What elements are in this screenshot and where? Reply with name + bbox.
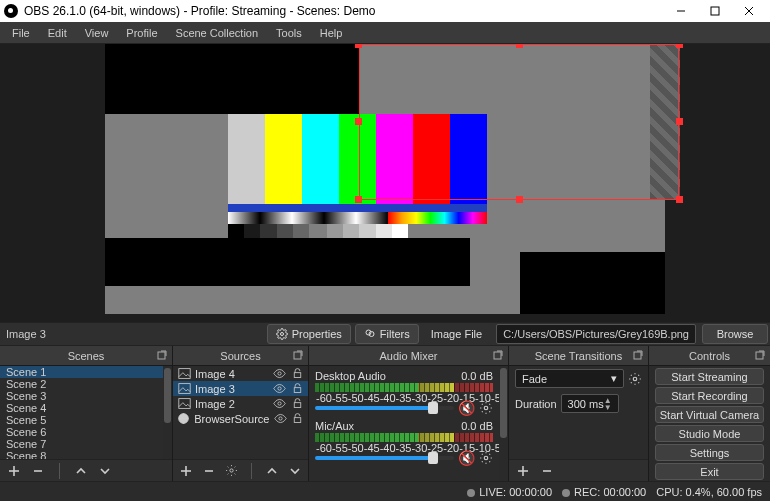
close-button[interactable]: [732, 0, 766, 22]
svg-rect-7: [158, 352, 165, 359]
lock-toggle[interactable]: [290, 382, 304, 396]
source-item[interactable]: BrowserSource: [173, 411, 308, 426]
image-icon: [177, 397, 191, 411]
docks-row: Scenes Scene 1 Scene 2 Scene 3 Scene 4 S…: [0, 346, 770, 481]
menu-bar: File Edit View Profile Scene Collection …: [0, 22, 770, 44]
minimize-button[interactable]: [664, 0, 698, 22]
scenes-list[interactable]: Scene 1 Scene 2 Scene 3 Scene 4 Scene 5 …: [0, 366, 163, 459]
channel-settings-button[interactable]: [479, 401, 493, 415]
transition-select[interactable]: Fade▾: [515, 369, 624, 388]
add-source-button[interactable]: [177, 462, 195, 480]
source-item[interactable]: Image 4: [173, 366, 308, 381]
mixer-title: Audio Mixer: [379, 350, 437, 362]
source-item[interactable]: Image 2: [173, 396, 308, 411]
scene-item[interactable]: Scene 2: [0, 378, 163, 390]
menu-tools[interactable]: Tools: [268, 25, 310, 41]
scene-item[interactable]: Scene 5: [0, 414, 163, 426]
svg-point-16: [277, 387, 280, 390]
channel-name: Mic/Aux: [315, 420, 354, 432]
lock-toggle[interactable]: [291, 412, 304, 426]
svg-point-31: [484, 406, 488, 410]
browse-button[interactable]: Browse: [702, 324, 768, 344]
svg-rect-30: [494, 352, 501, 359]
menu-scene-collection[interactable]: Scene Collection: [168, 25, 267, 41]
dock-popout-icon[interactable]: [632, 349, 644, 363]
svg-rect-33: [634, 352, 641, 359]
visibility-toggle[interactable]: [273, 412, 286, 426]
remove-transition-button[interactable]: [537, 462, 557, 480]
scene-item[interactable]: Scene 3: [0, 390, 163, 402]
source-item[interactable]: Image 3: [173, 381, 308, 396]
source-info-bar: Image 3 Properties Filters Image File C:…: [0, 322, 770, 346]
scene-down-button[interactable]: [95, 462, 115, 480]
visibility-toggle[interactable]: [272, 397, 286, 411]
transition-settings-button[interactable]: [628, 372, 642, 386]
remove-scene-button[interactable]: [28, 462, 48, 480]
svg-point-34: [633, 377, 637, 381]
svg-rect-38: [756, 352, 763, 359]
properties-button[interactable]: Properties: [267, 324, 351, 344]
status-bar: LIVE: 00:00:00 REC: 00:00:00 CPU: 0.4%, …: [0, 481, 770, 501]
scene-item[interactable]: Scene 4: [0, 402, 163, 414]
start-virtual-camera-button[interactable]: Start Virtual Camera: [655, 406, 764, 423]
start-streaming-button[interactable]: Start Streaming: [655, 368, 764, 385]
dock-popout-icon[interactable]: [754, 349, 766, 363]
remove-source-button[interactable]: [199, 462, 217, 480]
lock-toggle[interactable]: [290, 367, 304, 381]
studio-mode-button[interactable]: Studio Mode: [655, 425, 764, 442]
dock-popout-icon[interactable]: [156, 349, 168, 363]
volume-slider[interactable]: [315, 406, 454, 410]
start-recording-button[interactable]: Start Recording: [655, 387, 764, 404]
scenes-title: Scenes: [68, 350, 105, 362]
svg-point-6: [369, 332, 374, 337]
scene-item[interactable]: Scene 6: [0, 426, 163, 438]
obs-logo-icon: [4, 4, 18, 18]
visibility-toggle[interactable]: [272, 382, 286, 396]
maximize-button[interactable]: [698, 0, 732, 22]
image-file-path[interactable]: C:/Users/OBS/Pictures/Grey169B.png: [496, 324, 696, 344]
scenes-scrollbar[interactable]: [163, 366, 172, 459]
menu-file[interactable]: File: [4, 25, 38, 41]
svg-point-5: [366, 330, 371, 335]
volume-slider[interactable]: [315, 456, 454, 460]
svg-rect-25: [294, 418, 301, 423]
dock-popout-icon[interactable]: [492, 349, 504, 363]
channel-name: Desktop Audio: [315, 370, 386, 382]
chevron-down-icon: ▾: [611, 372, 617, 385]
lock-toggle[interactable]: [290, 397, 304, 411]
mute-button[interactable]: 🔇: [458, 401, 475, 415]
window-title: OBS 26.1.0 (64-bit, windows) - Profile: …: [24, 4, 375, 18]
sources-list[interactable]: Image 4 Image 3 Image 2 BrowserSource: [173, 366, 308, 459]
source-properties-button[interactable]: [222, 462, 240, 480]
scene-item[interactable]: Scene 7: [0, 438, 163, 450]
menu-edit[interactable]: Edit: [40, 25, 75, 41]
menu-profile[interactable]: Profile: [118, 25, 165, 41]
scene-up-button[interactable]: [71, 462, 91, 480]
settings-button[interactable]: Settings: [655, 444, 764, 461]
menu-view[interactable]: View: [77, 25, 117, 41]
mute-button[interactable]: 🔇: [458, 451, 475, 465]
dock-popout-icon[interactable]: [292, 349, 304, 363]
add-scene-button[interactable]: [4, 462, 24, 480]
window-titlebar: OBS 26.1.0 (64-bit, windows) - Profile: …: [0, 0, 770, 22]
transitions-panel: Scene Transitions Fade▾ Duration 300 ms▲…: [509, 346, 649, 481]
scene-item[interactable]: Scene 8: [0, 450, 163, 459]
add-transition-button[interactable]: [513, 462, 533, 480]
scene-item[interactable]: Scene 1: [0, 366, 163, 378]
rec-dot-icon: [562, 489, 570, 497]
mixer-scrollbar[interactable]: [499, 366, 508, 481]
exit-button[interactable]: Exit: [655, 463, 764, 480]
preview-area[interactable]: [0, 44, 770, 322]
transitions-title: Scene Transitions: [535, 350, 622, 362]
source-down-button[interactable]: [286, 462, 304, 480]
source-up-button[interactable]: [263, 462, 281, 480]
menu-help[interactable]: Help: [312, 25, 351, 41]
channel-settings-button[interactable]: [479, 451, 493, 465]
duration-spinbox[interactable]: 300 ms▲▼: [561, 394, 619, 413]
svg-point-4: [280, 333, 283, 336]
globe-icon: [177, 412, 190, 426]
visibility-toggle[interactable]: [272, 367, 286, 381]
svg-point-13: [277, 372, 280, 375]
filters-button[interactable]: Filters: [355, 324, 419, 344]
svg-rect-15: [178, 384, 189, 394]
